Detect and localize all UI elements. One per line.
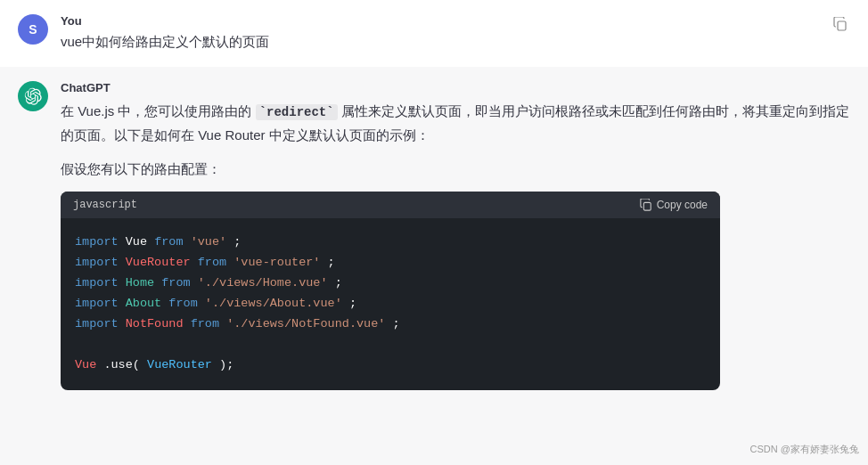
code-header: javascript Copy code (61, 192, 720, 218)
user-name: You (61, 14, 850, 28)
kw: import (75, 235, 119, 249)
chat-container: S You vue中如何给路由定义个默认的页面 ChatGPT 在 Vue.js… (0, 0, 868, 404)
code-block: javascript Copy code import Vue from (61, 192, 720, 390)
gpt-content: ChatGPT 在 Vue.js 中，您可以使用路由的 `redirect` 属… (61, 81, 850, 390)
section-heading: 假设您有以下的路由配置： (61, 158, 850, 181)
code-line-2: import VueRouter from 'vue-router' ; (75, 253, 706, 273)
gpt-avatar (18, 81, 48, 111)
copy-code-button[interactable]: Copy code (640, 199, 708, 211)
user-avatar: S (18, 14, 48, 45)
code-lang: javascript (73, 199, 137, 211)
code-line-blank (75, 335, 706, 355)
gpt-name: ChatGPT (61, 81, 850, 94)
code-line-3: import Home from './views/Home.vue' ; (75, 273, 706, 294)
code-line-1: import Vue from 'vue' ; (75, 232, 706, 253)
gpt-message: ChatGPT 在 Vue.js 中，您可以使用路由的 `redirect` 属… (0, 67, 868, 404)
user-content: You vue中如何给路由定义个默认的页面 (61, 14, 850, 53)
svg-rect-0 (838, 21, 846, 30)
svg-rect-1 (643, 202, 651, 210)
code-redirect: `redirect` (256, 104, 338, 120)
code-line-4: import About from './views/About.vue' ; (75, 294, 706, 314)
gpt-intro: 在 Vue.js 中，您可以使用路由的 `redirect` 属性来定义默认页面… (61, 100, 850, 147)
code-body: import Vue from 'vue' ; import VueRouter… (61, 218, 720, 390)
copy-code-label: Copy code (657, 199, 708, 211)
copy-message-icon[interactable] (831, 14, 850, 34)
watermark: CSDN @家有娇妻张兔兔 (750, 443, 859, 456)
user-question: vue中如何给路由定义个默认的页面 (61, 31, 850, 53)
code-line-5: import NotFound from './views/NotFound.v… (75, 314, 706, 335)
user-message: S You vue中如何给路由定义个默认的页面 (0, 0, 868, 67)
code-line-7: Vue .use( VueRouter ); (75, 355, 706, 376)
